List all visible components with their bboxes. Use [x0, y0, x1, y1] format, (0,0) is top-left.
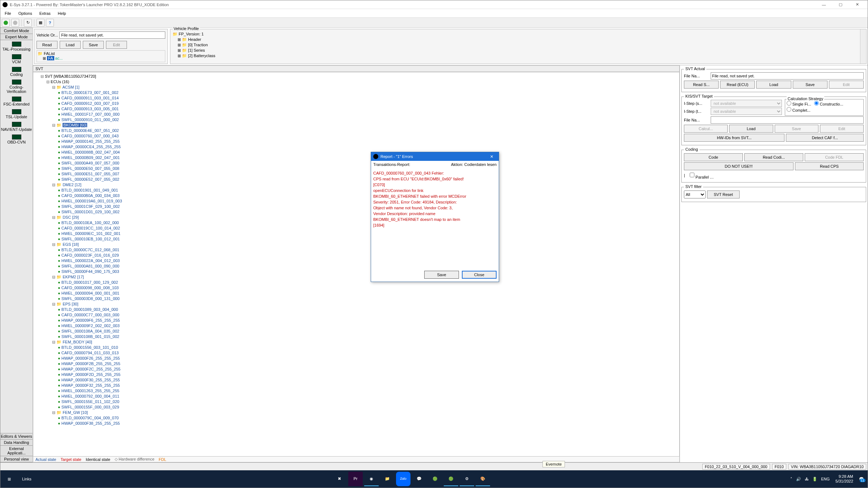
vo-tree-fa[interactable]: FA — [47, 56, 54, 60]
ecu-file[interactable]: SWFL_00000A81_000_090_000 — [58, 264, 678, 269]
nav-item-tal-processing[interactable]: TAL-Processing — [0, 40, 33, 53]
nav-item-nav-ent-update[interactable]: NAV/ENT-Update — [0, 120, 33, 133]
svt-tree[interactable]: SVT [WBA3B11050J734720]ECUs (16)📁 ACSM [… — [33, 72, 680, 457]
vp-scrollbar[interactable] — [860, 29, 866, 64]
ecu-file[interactable]: SWFL_00000F44_090_175_003 — [58, 269, 678, 274]
ecu-file[interactable]: CAFD_00000B0A_000_034_003 — [58, 193, 678, 198]
vp-line[interactable]: 📁 FP_Version: 1 — [173, 31, 864, 37]
ecu-file[interactable]: CAFD_00000098_000_008_103 — [58, 285, 678, 291]
ecu-file[interactable]: CAFD_00000912_003_007_019 — [58, 101, 678, 106]
istep-ship-select[interactable]: not available — [711, 100, 782, 107]
nav-personal-view[interactable]: Personal view — [0, 456, 33, 462]
ecu-file[interactable]: HWAP_00000F32_255_255_255 — [58, 383, 678, 388]
read-coding-button[interactable]: Read Codi... — [744, 153, 803, 161]
svt-actual-file-input[interactable] — [711, 72, 864, 80]
ecu-group[interactable]: 📁 ACSM [1]BTLD_00001E73_007_001_002CAFD_… — [52, 85, 678, 123]
ecu-file[interactable]: SWFL_00000E52_007_055_002 — [58, 177, 678, 182]
ecu-file[interactable]: SWFL_00001D01_029_100_002 — [58, 209, 678, 215]
vo-read-button[interactable]: Read — [37, 41, 58, 49]
ecu-file[interactable]: BTLD_000010EA_100_002_000 — [58, 220, 678, 226]
ecu-file[interactable]: CAFD_000019CC_100_014_002 — [58, 226, 678, 231]
ecu-file[interactable]: BTLD_00000E4E_007_051_002 — [58, 128, 678, 133]
read-svt-button[interactable]: Read S... — [684, 81, 719, 89]
ecu-file[interactable]: HWEL_00000094_000_001_001 — [58, 291, 678, 296]
istep-target-select[interactable]: not available — [711, 108, 782, 115]
nav-external-apps[interactable]: External Applicati... — [0, 445, 33, 456]
ecu-file[interactable]: HWAP_00000F38_255_255_255 — [58, 421, 678, 426]
dialog-save-button[interactable]: Save — [424, 271, 459, 279]
ecu-file[interactable]: BTLD_00001E73_007_001_002 — [58, 90, 678, 95]
ecu-file[interactable]: SWFL_00000E50_007_055_008 — [58, 166, 678, 171]
ecu-group[interactable]: 📁 DSC [29]BTLD_000010EA_100_002_000CAFD_… — [52, 215, 678, 242]
vo-edit-button[interactable]: Edit — [106, 41, 127, 49]
read-cps-button[interactable]: Read CPS — [795, 162, 864, 170]
nav-item-coding-verification[interactable]: Coding-Verification — [0, 78, 33, 95]
ecu-file[interactable]: SWFL_0000108B_001_015_002 — [58, 334, 678, 339]
ecu-file[interactable]: HWEL_0000022A_004_012_003 — [58, 258, 678, 264]
ecu-file[interactable]: SWFL_00000910_011_000_002 — [58, 117, 678, 123]
kis-load-button[interactable]: Load — [729, 125, 773, 133]
connect-icon[interactable] — [2, 19, 10, 27]
do-not-use-button[interactable]: DO NOT USE!!! — [684, 162, 793, 170]
ecu-file[interactable]: HWAP_00000140_255_255_255 — [58, 139, 678, 144]
ecu-group[interactable]: 📁 FEM_GW [10]BTLD_0000079C_004_009_070HW… — [52, 410, 678, 426]
nav-item-fsc-extended[interactable]: FSC-Extended — [0, 95, 33, 108]
ecu-file[interactable]: SWFL_0000155E_011_102_020 — [58, 399, 678, 404]
dialog-close-icon[interactable]: ✕ — [486, 154, 497, 159]
svt-ecus[interactable]: ECUs (16)📁 ACSM [1]BTLD_00001E73_007_001… — [46, 79, 678, 426]
ecu-group[interactable]: 📁 BKOMBI [60]BTLD_00000E4E_007_051_002CA… — [52, 123, 678, 182]
ecu-group[interactable]: 📁 DME2 [12]BTLD_00001901_001_049_001CAFD… — [52, 182, 678, 215]
hwids-button[interactable]: HW-IDs from SVT... — [684, 134, 784, 142]
nav-editors-viewers[interactable]: Editors & Viewers — [0, 433, 33, 440]
svt-root[interactable]: SVT [WBA3B11050J734720]ECUs (16)📁 ACSM [… — [41, 74, 678, 426]
ecu-file[interactable]: HWAP_00000F2D_255_255_255 — [58, 372, 678, 377]
disconnect-icon[interactable] — [11, 19, 19, 27]
radio-single[interactable]: Single Fi... — [787, 101, 811, 106]
svt-reset-button[interactable]: SVT Reset — [707, 191, 740, 198]
system-tray[interactable]: ˄ 🔊 🖧 🔋 ENG 9:28 AM 5/31/2022 💬11 — [787, 474, 868, 484]
ecu-file[interactable]: SWFL_0000108A_004_035_002 — [58, 329, 678, 334]
ecu-file[interactable]: SWFL_00000A49_007_057_000 — [58, 160, 678, 166]
kis-edit-button[interactable]: Edit — [820, 125, 864, 133]
taskbar-links[interactable]: Links — [18, 477, 36, 481]
ecu-file[interactable]: SWFL_000010EB_100_012_001 — [58, 236, 678, 242]
vo-load-button[interactable]: Load — [60, 41, 81, 49]
parallel-checkbox[interactable]: Parallel TAL-Exec... — [690, 171, 715, 179]
ecu-file[interactable]: HWEL_000009F2_002_002_003 — [58, 323, 678, 329]
ecu-file[interactable]: BTLD_00001089_003_004_000 — [58, 307, 678, 312]
vo-tree[interactable]: 📁 FAList ⊞ FA ac... — [37, 50, 165, 62]
vp-line[interactable]: ⊞ 📁 [0] Traction — [173, 42, 864, 48]
ecu-file[interactable]: HWAP_000009F6_255_255_255 — [58, 318, 678, 323]
detect-caf-button[interactable]: Detect CAF f... — [786, 134, 864, 142]
ecu-file[interactable]: HWAP_00000CE4_255_255_255 — [58, 144, 678, 150]
ecu-group[interactable]: 📁 EPS [30]BTLD_00001089_003_004_000CAFD_… — [52, 301, 678, 339]
ecu-file[interactable]: CAFD_00000913_003_005_001 — [58, 106, 678, 112]
kis-save-button[interactable]: Save — [775, 125, 818, 133]
vehicle-profile-tree[interactable]: 📁 FP_Version: 1⊞ 📁 Header⊞ 📁 [0] Tractio… — [171, 30, 865, 60]
ecu-file[interactable]: CAFD_0000023F_016_016_029 — [58, 253, 678, 258]
menu-options[interactable]: Options — [16, 10, 35, 16]
vehicle-order-file-input[interactable] — [59, 31, 165, 39]
vp-line[interactable]: ⊞ 📁 [2] Batteryclass — [173, 53, 864, 59]
vp-line[interactable]: ⊞ 📁 Header — [173, 37, 864, 42]
refresh-icon[interactable]: ↻ — [24, 19, 32, 27]
app-icon-paint[interactable]: 🎨 — [476, 472, 490, 486]
app-icon-zalo[interactable]: Zalo — [396, 472, 410, 486]
ecu-file[interactable]: SWFL_000003D8_000_131_000 — [58, 296, 678, 301]
radio-complete[interactable]: Complet... — [787, 107, 862, 112]
help-icon[interactable]: ? — [46, 19, 54, 27]
app-icon-premiere[interactable]: Pr — [348, 472, 363, 486]
svt-actual-save-button[interactable]: Save — [793, 81, 827, 89]
code-button[interactable]: Code — [684, 153, 743, 161]
svt-actual-edit-button[interactable]: Edit — [829, 81, 864, 89]
nav-data-handling[interactable]: Data Handling — [0, 439, 33, 446]
ecu-file[interactable]: HWEL_00000B09_002_047_001 — [58, 155, 678, 160]
ecu-file[interactable]: HWAP_00000F2C_255_255_255 — [58, 367, 678, 372]
ecu-group[interactable]: 📁 EKPM2 [17]BTLD_00001017_000_129_002CAF… — [52, 274, 678, 301]
ecu-file[interactable]: HWAP_00000F26_255_255_255 — [58, 356, 678, 361]
tray-chevron-icon[interactable]: ˄ — [790, 477, 792, 481]
nav-comfort-mode[interactable]: Comfort Mode — [0, 27, 33, 34]
menu-file[interactable]: File — [2, 10, 14, 16]
ecu-file[interactable]: BTLD_00001556_003_101_010 — [58, 345, 678, 350]
ecu-file[interactable]: HWAP_00000F30_255_255_255 — [58, 377, 678, 383]
